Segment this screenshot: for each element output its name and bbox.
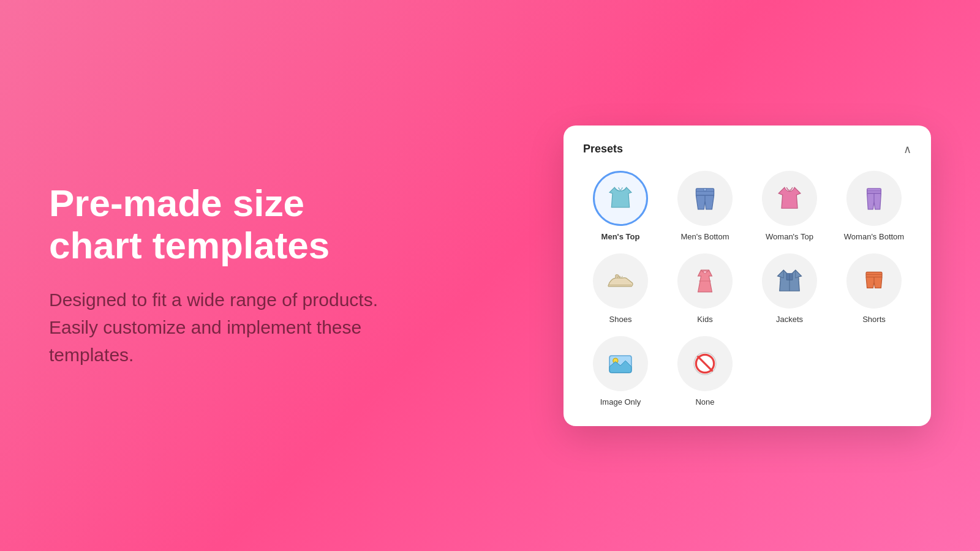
preset-shorts[interactable]: Shorts [837, 253, 911, 324]
preset-circle-jackets [762, 253, 817, 309]
preset-circle-womans-bottom [846, 171, 902, 226]
preset-none[interactable]: None [668, 336, 742, 407]
preset-circle-image-only [593, 336, 648, 391]
preset-label-mens-bottom: Men's Bottom [680, 232, 729, 241]
preset-label-none: None [695, 397, 714, 407]
preset-circle-mens-bottom [677, 171, 733, 226]
preset-jackets[interactable]: Jackets [752, 253, 827, 324]
preset-circle-womans-top [762, 171, 817, 226]
preset-label-womans-bottom: Woman's Bottom [844, 232, 904, 241]
preset-womans-bottom[interactable]: Woman's Bottom [837, 171, 911, 241]
main-title: Pre-made size chart templates [49, 182, 392, 266]
svg-point-7 [704, 270, 707, 273]
preset-label-kids: Kids [697, 315, 712, 324]
preset-label-jackets: Jackets [776, 315, 803, 324]
subtitle: Designed to fit a wide range of products… [49, 286, 392, 369]
presets-panel: Presets ∧ Men's Top [564, 126, 931, 426]
preset-circle-mens-top [593, 171, 648, 226]
presets-grid: Men's Top Men's Bottom [583, 171, 911, 407]
preset-circle-kids [677, 253, 733, 309]
preset-shoes[interactable]: Shoes [583, 253, 658, 324]
preset-mens-top[interactable]: Men's Top [583, 171, 658, 241]
preset-circle-shorts [846, 253, 902, 309]
preset-image-only[interactable]: Image Only [583, 336, 658, 407]
preset-label-womans-top: Woman's Top [766, 232, 813, 241]
preset-womans-top[interactable]: Woman's Top [752, 171, 827, 241]
left-panel: Pre-made size chart templates Designed t… [49, 182, 392, 368]
preset-mens-bottom[interactable]: Men's Bottom [668, 171, 742, 241]
preset-circle-none [677, 336, 733, 391]
preset-label-shorts: Shorts [862, 315, 886, 324]
presets-title: Presets [583, 143, 623, 156]
preset-label-image-only: Image Only [600, 397, 641, 407]
collapse-button[interactable]: ∧ [903, 143, 911, 156]
presets-header: Presets ∧ [583, 143, 911, 156]
preset-label-shoes: Shoes [609, 315, 632, 324]
preset-kids[interactable]: Kids [668, 253, 742, 324]
preset-circle-shoes [593, 253, 648, 309]
svg-rect-3 [704, 188, 707, 190]
preset-label-mens-top: Men's Top [601, 232, 640, 241]
